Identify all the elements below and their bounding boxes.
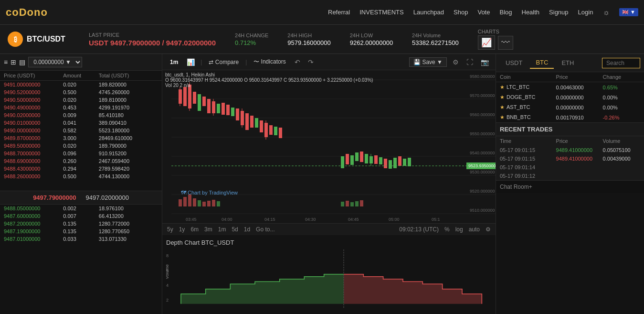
language-flag[interactable]: 🇬🇧 ▼: [619, 8, 638, 16]
charts-item: CHARTS 📈 〰: [478, 29, 513, 50]
rt-header: Time Price Volume: [496, 136, 644, 146]
svg-rect-30: [202, 97, 206, 106]
sell-order-row[interactable]: 9490.00000000 0.582 5523.180000: [0, 127, 162, 134]
nav-health[interactable]: Health: [522, 9, 540, 16]
sell-price: 9490.02000000: [4, 112, 63, 118]
svg-text:04:45: 04:45: [348, 217, 359, 222]
settings-chart-icon[interactable]: ⚙: [451, 57, 461, 67]
buy-order-row[interactable]: 9487.19000000 0.135 1280.770650: [0, 227, 162, 235]
sell-order-row[interactable]: 9488.26000000 0.500 4744.130000: [0, 173, 162, 180]
undo-icon[interactable]: ↶: [293, 57, 302, 67]
tf-6m[interactable]: 6m: [190, 226, 199, 233]
buy-amount: 0.002: [63, 206, 99, 211]
coin-list-item[interactable]: ★BNB_BTC 0.00170910 -0.26%: [496, 112, 644, 122]
tf-1y[interactable]: 1y: [179, 226, 185, 233]
tf-3m[interactable]: 3m: [204, 226, 212, 233]
tab-eth[interactable]: ETH: [556, 57, 580, 68]
fullscreen-icon[interactable]: ⛶: [465, 57, 475, 67]
line-chart-icon[interactable]: 📈: [478, 35, 495, 50]
nav-vote[interactable]: Vote: [477, 9, 490, 16]
timeframe-1m[interactable]: 1m: [167, 58, 181, 66]
sell-order-row[interactable]: 9490.52000000 0.500 4745.260000: [0, 88, 162, 96]
buy-order-row[interactable]: 9487.01000000 0.033 313.071330: [0, 235, 162, 243]
nav-investments[interactable]: INVESTMENTS: [359, 9, 403, 16]
svg-rect-53: [355, 152, 359, 161]
coin-change: 0.65%: [603, 85, 640, 90]
log-button[interactable]: log: [455, 226, 463, 233]
chat-room-button[interactable]: Chat Room+: [496, 180, 644, 193]
sell-price: 9488.70000000: [4, 151, 63, 156]
svg-text:2: 2: [166, 298, 169, 303]
camera-icon[interactable]: 📷: [479, 57, 491, 67]
percent-button[interactable]: %: [444, 226, 450, 233]
buy-order-row[interactable]: 9488.05000000 0.002 18.976100: [0, 205, 162, 212]
nav-referral[interactable]: Referral: [328, 9, 350, 16]
svg-rect-73: [198, 200, 201, 206]
settings-icon[interactable]: ☼: [602, 8, 610, 17]
tf-1m[interactable]: 1m: [218, 226, 226, 233]
tf-5d[interactable]: 5d: [232, 226, 238, 233]
coin-name: ★LTC_BTC: [500, 84, 556, 90]
low-value: 9262.00000000: [350, 39, 393, 46]
recent-trade-row: 05-17 09:01:15 9489.41000000 0.00439000: [496, 154, 644, 163]
sell-order-row[interactable]: 9490.49000000 0.453 4299.191970: [0, 104, 162, 111]
list-icon[interactable]: ≡: [4, 58, 8, 66]
sell-order-row[interactable]: 9491.00000000 0.020 189.820000: [0, 81, 162, 88]
buy-order-row[interactable]: 9487.60000000 0.007 66.413200: [0, 212, 162, 220]
svg-text:9550.000000: 9550.000000: [470, 131, 495, 136]
order-book-header: ≡ ⊞ ▤ 0.00000000 ▼: [0, 54, 162, 71]
sell-order-row[interactable]: 9489.50000000 0.020 189.790000: [0, 142, 162, 150]
svg-rect-44: [260, 120, 263, 132]
coin-list-item[interactable]: ★AST_BTC 0.00000000 0.00%: [496, 102, 644, 112]
sell-total: 4744.130000: [99, 173, 158, 179]
auto-button[interactable]: auto: [469, 226, 480, 233]
rt-col-volume: Volume: [603, 138, 640, 144]
coin-search-input[interactable]: [602, 58, 640, 68]
tf-5y[interactable]: 5y: [167, 226, 173, 233]
mid-price-bar: 9497.79000000 9497.02000000: [0, 191, 162, 205]
coin-list-item[interactable]: ★LTC_BTC 0.00463000 0.65%: [496, 82, 644, 92]
compare-button[interactable]: ⇄ Compare: [206, 58, 242, 66]
sell-order-row[interactable]: 9489.87000000 3.000 28469.610000: [0, 134, 162, 142]
sell-order-row[interactable]: 9488.43000000 0.294 2789.598420: [0, 165, 162, 173]
sell-order-row[interactable]: 9488.69000000 0.260 2467.059400: [0, 157, 162, 165]
svg-rect-34: [217, 104, 220, 113]
trade-time: 05-17 09:01:15: [500, 147, 556, 153]
tab-btc[interactable]: BTC: [530, 57, 554, 69]
sell-total: 189.820000: [99, 82, 158, 87]
decimal-dropdown[interactable]: 0.00000000 ▼: [28, 57, 82, 67]
tab-usdt[interactable]: USDT: [500, 57, 528, 68]
nav-launchpad[interactable]: Launchpad: [413, 9, 444, 16]
grid-icon[interactable]: ▤: [19, 58, 25, 66]
sell-order-row[interactable]: 9488.70000000 0.096 910.915200: [0, 150, 162, 157]
save-button[interactable]: 💾 Save ▼: [409, 57, 447, 67]
svg-text:9520.000000: 9520.000000: [470, 189, 495, 194]
candlestick-chart: 9580.000000 9570.000000 9560.000000 9550…: [162, 70, 496, 223]
sell-price: 9490.01000000: [4, 120, 63, 126]
nav-shop[interactable]: Shop: [454, 9, 468, 16]
sell-order-row[interactable]: 9490.50000000 0.020 189.810000: [0, 96, 162, 104]
nav-signup[interactable]: Signup: [549, 9, 568, 16]
nav-blog[interactable]: Blog: [499, 9, 512, 16]
buy-order-row[interactable]: 9487.20000000 0.135 1280.772000: [0, 220, 162, 227]
trade-volume: 0.05075100: [603, 147, 640, 153]
tf-1d[interactable]: 1d: [244, 226, 250, 233]
order-book-panel: ≡ ⊞ ▤ 0.00000000 ▼ Price (USDT) Amount T…: [0, 54, 162, 314]
sell-order-row[interactable]: 9490.02000000 0.009 85.410180: [0, 111, 162, 119]
table-icon[interactable]: ⊞: [11, 58, 16, 66]
indicators-button[interactable]: 〜 Indicators: [251, 57, 288, 67]
candle-chart-icon[interactable]: 〰: [498, 36, 513, 50]
chart-type-icon[interactable]: 📊: [185, 57, 197, 67]
redo-icon[interactable]: ↷: [306, 57, 316, 67]
main-layout: ≡ ⊞ ▤ 0.00000000 ▼ Price (USDT) Amount T…: [0, 54, 644, 314]
svg-rect-79: [346, 201, 349, 206]
chart-settings-icon[interactable]: ⚙: [486, 226, 491, 233]
coin-list-item[interactable]: ★DOGE_BTC 0.00000000 0.00%: [496, 92, 644, 102]
svg-rect-70: [183, 197, 187, 206]
svg-rect-61: [389, 160, 392, 169]
nav-login[interactable]: Login: [578, 9, 593, 16]
trade-time: 05-17 09:01:12: [500, 173, 556, 179]
goto-button[interactable]: Go to...: [256, 226, 274, 233]
sell-order-row[interactable]: 9490.01000000 0.041 389.090410: [0, 119, 162, 127]
low-item: 24H LOW 9262.00000000: [350, 32, 393, 46]
